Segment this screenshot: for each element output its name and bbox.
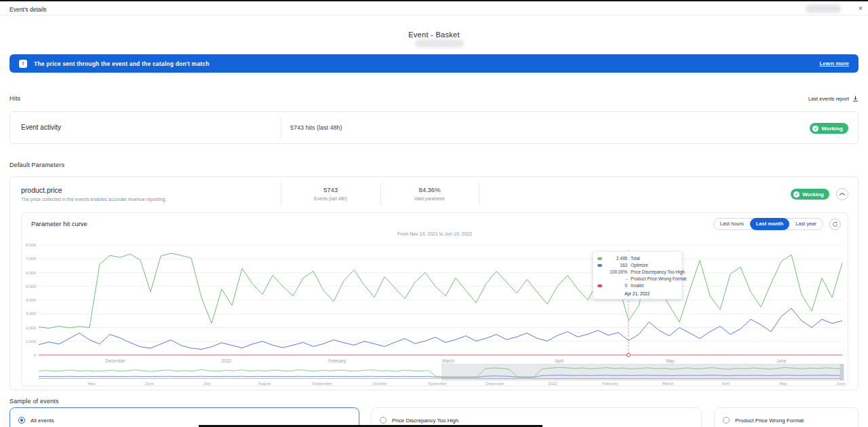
tooltip-value: - <box>604 276 627 282</box>
tooltip-value: 2,495 <box>604 255 627 262</box>
alert-icon: ! <box>19 60 27 68</box>
redacted-blur <box>415 39 464 48</box>
tooltip-value: 163 <box>604 262 627 269</box>
radio-icon[interactable] <box>723 417 730 424</box>
tooltip-row: 100.00%Price Discrepancy Too High <box>597 269 677 276</box>
collapse-button[interactable] <box>836 188 848 200</box>
navigator-selection[interactable] <box>442 364 842 380</box>
modal-title: Event's details <box>9 6 47 13</box>
y-tick-label: 1,000 <box>26 339 37 344</box>
redacted-blur <box>806 5 841 13</box>
range-last-year[interactable]: Last year <box>789 218 823 230</box>
series-optimize <box>39 308 842 349</box>
nav-tick-label: February <box>602 382 618 386</box>
nav-tick-label: April <box>722 382 730 386</box>
download-icon <box>852 96 859 102</box>
event-details-modal: Event's details × Event - Basket ! The p… <box>0 0 868 427</box>
sample-option-all-events[interactable]: All events <box>9 407 359 427</box>
sample-option-label: All events <box>31 417 54 424</box>
divider <box>479 183 479 206</box>
alert-banner: ! The price sent through the event and t… <box>9 54 859 73</box>
x-tick-label: February <box>328 358 347 364</box>
check-icon: ✓ <box>812 126 818 132</box>
nav-tick-label: 2022 <box>548 382 557 386</box>
chart-title: Parameter hit curve <box>31 220 87 227</box>
nav-tick-label: June <box>836 382 846 386</box>
range-last-hours[interactable]: Last hours <box>714 218 750 230</box>
range-last-month[interactable]: Last month <box>750 218 789 230</box>
radio-icon[interactable] <box>380 417 387 424</box>
sample-option-label: Price Discrepancy Too High <box>392 417 458 424</box>
navigator-chart[interactable]: MayJuneJulyAugustSeptemberOctoberNovembe… <box>22 364 849 387</box>
series-dot <box>597 284 602 287</box>
y-tick-label: 6,000 <box>26 271 37 275</box>
tooltip-label: Product Price Wrong Format <box>631 276 686 282</box>
hits-value: 5743 hits (last 48h) <box>290 124 342 131</box>
modal-header: Event's details × <box>0 1 868 16</box>
series-total <box>39 253 842 328</box>
radio-selected-icon[interactable] <box>18 417 25 424</box>
nav-tick-label: June <box>144 382 154 386</box>
series-dot <box>597 257 602 260</box>
tooltip-value: 0 <box>604 282 627 289</box>
chart-date-range: From Nov 19, 2021 to Jun 19, 2022 <box>22 231 848 236</box>
time-range-toggle: Last hours Last month Last year <box>713 218 823 230</box>
x-tick-label: April <box>555 358 564 364</box>
sample-option-wrong-format[interactable]: Product Price Wrong Format <box>714 407 859 427</box>
tooltip-value: 100.00% <box>604 269 627 276</box>
nav-tick-label: November <box>428 382 447 386</box>
last-events-report-link[interactable]: Last events report <box>808 96 859 102</box>
y-tick-label: 8,000 <box>26 243 37 247</box>
check-icon: ✓ <box>793 191 800 198</box>
y-tick-label: 5,000 <box>26 284 37 289</box>
tooltip-row: 2,495Total <box>597 255 677 262</box>
default-parameters-label: Default Parameters <box>9 162 64 168</box>
tooltip-label: Invalid <box>631 282 644 289</box>
series-dot-empty <box>597 278 602 280</box>
tooltip-row: -Product Price Wrong Format <box>597 276 677 282</box>
report-link-label: Last events report <box>808 96 849 102</box>
refresh-icon <box>832 221 838 227</box>
valid-parameter-label: Valid parameter <box>380 196 479 201</box>
nav-tick-label: March <box>663 382 674 386</box>
status-label: Working <box>821 126 843 132</box>
x-tick-label: December <box>105 358 126 363</box>
y-tick-label: 2,000 <box>26 326 37 330</box>
tooltip-date: Apr 21, 2022 <box>597 291 677 296</box>
page-title: Event - Basket <box>0 31 868 39</box>
parameter-card: product.price The price collected in the… <box>9 177 859 390</box>
tooltip-row: 163Optimize <box>597 262 677 269</box>
nav-tick-label: May <box>87 382 95 386</box>
status-label: Working <box>802 191 824 198</box>
valid-parameter-value: 84.36% <box>380 186 479 193</box>
y-tick-label: 4,000 <box>26 298 37 302</box>
chart-tooltip: 2,495Total163Optimize100.00%Price Discre… <box>593 251 682 299</box>
tooltip-label: Optimize <box>631 262 648 269</box>
series-dot-empty <box>597 271 602 274</box>
status-badge: ✓ Working <box>791 189 829 200</box>
sample-of-events-label: Sample of events <box>9 398 59 405</box>
divider <box>281 117 281 138</box>
x-tick-label: May <box>666 358 675 364</box>
events-count-column: 5743 Events (last 48h) <box>281 186 380 201</box>
valid-parameter-column: 84.36% Valid parameter <box>380 186 479 201</box>
y-tick-label: 7,000 <box>26 257 37 261</box>
event-activity-title: Event activity <box>21 124 61 131</box>
sample-option-price-discrepancy[interactable]: Price Discrepancy Too High <box>371 407 702 427</box>
parameter-description: The price collected in the events enable… <box>21 197 166 202</box>
nav-tick-label: July <box>203 382 211 386</box>
sample-option-label: Product Price Wrong Format <box>735 417 804 424</box>
events-count-value: 5743 <box>281 186 380 193</box>
chevron-up-icon <box>839 192 846 196</box>
learn-more-link[interactable]: Learn more <box>819 60 849 67</box>
navigator-handle[interactable] <box>840 364 844 380</box>
status-badge: ✓ Working <box>810 123 848 134</box>
x-tick-label: 2022 <box>221 358 231 363</box>
cursor-marker <box>627 354 630 357</box>
refresh-button[interactable] <box>829 219 841 230</box>
close-icon[interactable]: × <box>859 5 863 12</box>
parameter-name: product.price <box>21 186 62 194</box>
main-line-chart[interactable]: 01,0002,0003,0004,0005,0006,0007,0008,00… <box>22 240 849 364</box>
tooltip-row: 0Invalid <box>597 282 677 289</box>
nav-tick-label: September <box>312 382 332 386</box>
